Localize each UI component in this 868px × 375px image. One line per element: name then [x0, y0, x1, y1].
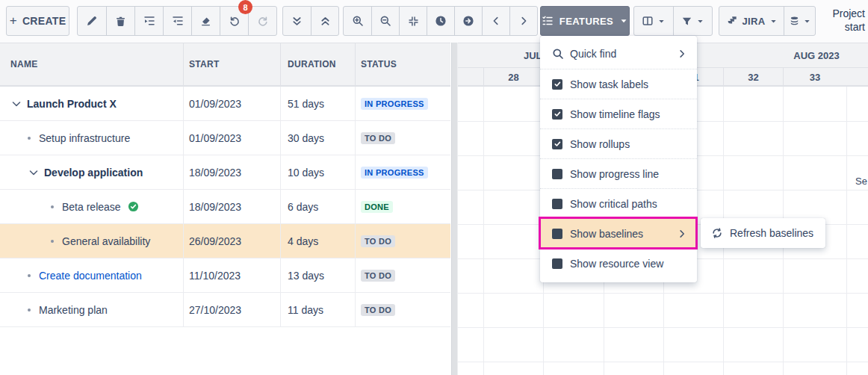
- column-divider: [280, 87, 281, 121]
- expand-all-button[interactable]: [283, 7, 311, 35]
- task-name-link[interactable]: Create documentation: [39, 270, 142, 282]
- redo-button[interactable]: [248, 7, 276, 35]
- compress-icon: [408, 16, 419, 27]
- name-cell: General availability: [0, 224, 183, 258]
- bullet-icon: [28, 309, 31, 312]
- start-cell: 18/09/2023: [189, 155, 241, 189]
- database-icon: [789, 16, 800, 27]
- column-header-status[interactable]: STATUS: [361, 43, 397, 85]
- menu-item-label: Show rollups: [570, 138, 686, 150]
- table-row[interactable]: Setup infrastructure 01/09/2023 30 days …: [0, 121, 450, 155]
- scroll-right-button[interactable]: [509, 7, 537, 35]
- features-button-label: FEATURES: [559, 16, 613, 27]
- clear-format-button[interactable]: [191, 7, 220, 35]
- menu-item-show-resource-view[interactable]: Show resource view: [540, 248, 697, 278]
- timeline-rowline: [458, 362, 868, 362]
- task-name: Marketing plan: [39, 304, 108, 316]
- chevron-double-down-icon: [291, 16, 303, 27]
- indent-icon: [143, 15, 155, 27]
- undo-count-badge: 8: [238, 0, 252, 14]
- fit-screen-button[interactable]: [399, 7, 427, 35]
- menu-item-show-critical-paths[interactable]: Show critical paths: [540, 188, 697, 218]
- column-divider: [355, 155, 356, 190]
- jira-logo-icon: [725, 15, 738, 28]
- pencil-icon: [86, 15, 98, 27]
- indent-button[interactable]: [134, 7, 163, 35]
- table-body: Launch Product X 01/09/2023 51 days IN P…: [0, 87, 450, 375]
- column-header-duration[interactable]: DURATION: [288, 43, 336, 85]
- submenu-refresh-baselines[interactable]: Refresh baselines: [701, 218, 825, 248]
- name-cell: Setup infrastructure: [0, 121, 183, 155]
- task-name: Develop application: [44, 167, 143, 179]
- menu-item-show-baselines[interactable]: Show baselines: [540, 218, 697, 248]
- menu-item-label: Show progress line: [570, 168, 686, 180]
- column-divider: [355, 190, 356, 224]
- create-button-label: CREATE: [22, 15, 66, 27]
- duration-cell: 30 days: [288, 121, 324, 155]
- name-cell: Create documentation: [0, 258, 183, 292]
- column-divider: [280, 155, 281, 190]
- columns-button[interactable]: [634, 7, 673, 35]
- status-badge: TO DO: [361, 304, 395, 316]
- grid-area: NAME START DURATION STATUS JUL 2023 AUG …: [0, 43, 868, 375]
- table-row[interactable]: Create documentation 11/10/2023 13 days …: [0, 258, 450, 293]
- today-button[interactable]: [427, 7, 454, 35]
- table-row-selected[interactable]: General availability 26/09/2023 4 days T…: [0, 224, 450, 258]
- status-cell: TO DO: [361, 258, 395, 292]
- table-row[interactable]: Beta release 18/09/2023 6 days DONE: [0, 190, 450, 224]
- outdent-button[interactable]: [163, 7, 191, 35]
- zoom-out-button[interactable]: [371, 7, 399, 35]
- baseline-data-button[interactable]: [784, 7, 815, 35]
- collapse-all-button[interactable]: [311, 7, 338, 35]
- status-badge: TO DO: [361, 132, 395, 144]
- chevron-double-up-icon: [320, 16, 331, 27]
- start-cell: 27/10/2023: [189, 293, 241, 326]
- table-row[interactable]: Marketing plan 27/10/2023 11 days TO DO: [0, 293, 450, 327]
- table-row[interactable]: Launch Product X 01/09/2023 51 days IN P…: [0, 87, 450, 121]
- column-divider: [280, 258, 281, 293]
- chevron-down-icon[interactable]: [10, 98, 22, 110]
- column-divider: [280, 121, 281, 155]
- filter-button[interactable]: [673, 7, 712, 35]
- column-divider: [280, 224, 281, 258]
- zoom-in-button[interactable]: [344, 7, 371, 35]
- column-header-start[interactable]: START: [189, 43, 220, 85]
- timeline-rowline: [458, 293, 868, 294]
- chevron-down-icon[interactable]: [28, 167, 40, 179]
- menu-item-show-timeline-flags[interactable]: Show timeline flags: [540, 99, 697, 128]
- jump-to-task-button[interactable]: [454, 7, 482, 35]
- table-row[interactable]: Develop application 18/09/2023 10 days I…: [0, 155, 450, 190]
- redo-icon: [257, 15, 269, 27]
- edit-button[interactable]: [78, 7, 106, 35]
- refresh-icon: [711, 227, 723, 239]
- status-cell: IN PROGRESS: [361, 155, 428, 189]
- delete-button[interactable]: [106, 7, 134, 35]
- timeline-task-label: Se: [855, 176, 867, 187]
- status-badge: IN PROGRESS: [361, 98, 428, 110]
- column-header-name[interactable]: NAME: [10, 43, 38, 85]
- status-badge: TO DO: [361, 235, 395, 247]
- create-button[interactable]: + CREATE: [6, 6, 69, 36]
- jira-button[interactable]: JIRA: [719, 7, 784, 35]
- status-cell: TO DO: [361, 224, 395, 258]
- name-cell: Marketing plan: [0, 293, 183, 326]
- column-divider: [183, 43, 184, 85]
- checkbox-checked-icon: [552, 139, 562, 149]
- column-divider: [355, 87, 356, 121]
- menu-item-show-task-labels[interactable]: Show task labels: [540, 69, 697, 99]
- checklist-icon: [542, 15, 554, 27]
- menu-item-quick-find[interactable]: Quick find: [540, 39, 697, 69]
- start-cell: 01/09/2023: [189, 87, 241, 120]
- caret-down-icon: [696, 17, 704, 25]
- project-start-label: Project start: [817, 7, 865, 34]
- start-cell: 11/10/2023: [189, 258, 241, 292]
- table-timeline-splitter[interactable]: [451, 43, 458, 375]
- menu-item-show-rollups[interactable]: Show rollups: [540, 128, 697, 158]
- name-cell: Develop application: [0, 155, 183, 189]
- menu-item-show-progress-line[interactable]: Show progress line: [540, 158, 697, 188]
- chevron-right-icon: [518, 16, 529, 26]
- scroll-left-button[interactable]: [482, 7, 509, 35]
- features-button[interactable]: FEATURES: [540, 6, 630, 36]
- status-cell: DONE: [361, 190, 393, 223]
- submenu-item-label: Refresh baselines: [730, 227, 813, 239]
